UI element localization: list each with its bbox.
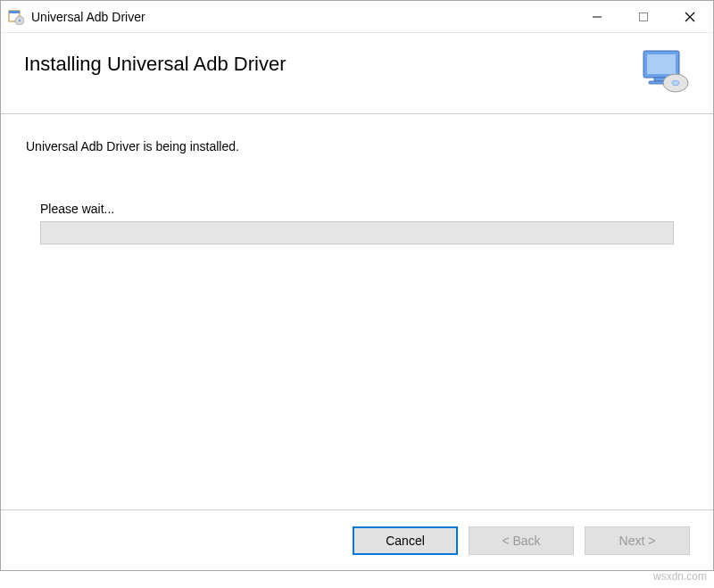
wizard-header: Installing Universal Adb Driver — [1, 33, 713, 114]
watermark: wsxdn.com — [653, 570, 707, 583]
svg-rect-1 — [9, 11, 20, 13]
svg-rect-5 — [640, 12, 648, 21]
computer-disc-icon — [640, 49, 690, 94]
cancel-button[interactable]: Cancel — [353, 526, 458, 555]
minimize-button[interactable] — [574, 1, 620, 32]
installer-icon — [8, 9, 24, 25]
progress-bar — [40, 221, 674, 244]
svg-rect-9 — [647, 54, 676, 74]
titlebar: Universal Adb Driver — [1, 1, 713, 33]
status-text: Universal Adb Driver is being installed. — [26, 139, 688, 153]
next-button: Next > — [585, 526, 690, 555]
wizard-content: Universal Adb Driver is being installed.… — [1, 114, 713, 509]
installer-window: Universal Adb Driver Installing Universa… — [0, 0, 714, 571]
maximize-button[interactable] — [620, 1, 667, 32]
wait-text: Please wait... — [40, 202, 688, 216]
back-button: < Back — [469, 526, 574, 555]
window-title: Universal Adb Driver — [31, 10, 574, 24]
svg-point-3 — [19, 19, 21, 21]
wizard-footer: Cancel < Back Next > — [1, 509, 713, 570]
page-title: Installing Universal Adb Driver — [24, 53, 631, 76]
svg-point-13 — [672, 80, 679, 86]
window-controls — [574, 1, 713, 32]
close-button[interactable] — [667, 1, 713, 32]
